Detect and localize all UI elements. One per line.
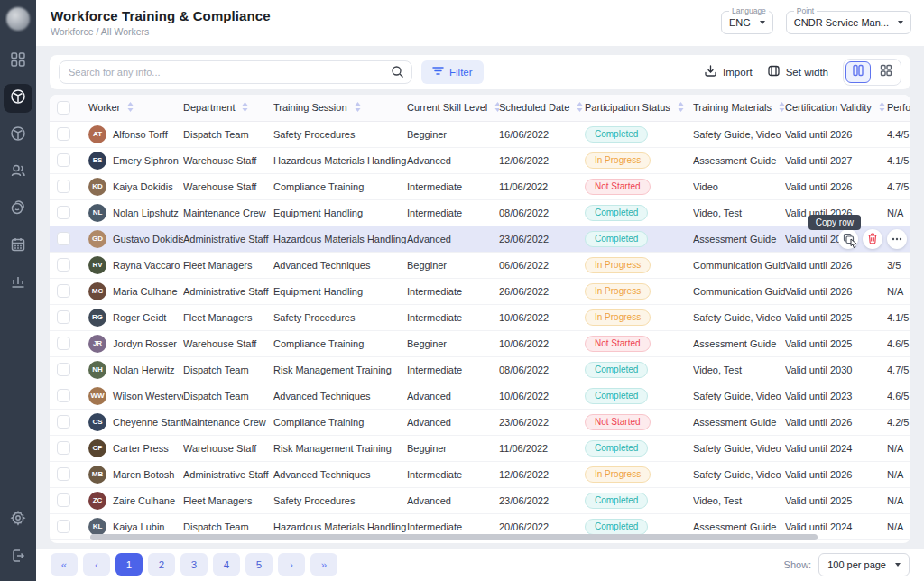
filter-button[interactable]: Filter <box>421 60 484 84</box>
row-checkbox[interactable] <box>57 310 70 324</box>
table-row[interactable]: ZCZaire CulhaneFleet ManagersSafety Proc… <box>50 488 910 514</box>
search-input[interactable] <box>59 60 412 84</box>
sort-icon[interactable] <box>678 102 684 114</box>
sidebar-item-analytics[interactable] <box>4 269 32 298</box>
row-checkbox[interactable] <box>57 153 70 167</box>
page-button-3[interactable]: 3 <box>180 553 208 576</box>
table-row[interactable]: MBMaren BotoshAdministrative StaffAdvanc… <box>50 462 910 488</box>
cell-participation-status: In Progress <box>585 257 693 273</box>
last-page-button[interactable]: » <box>310 553 337 576</box>
table-row[interactable]: ESEmery SiphronWarehouse StaffHazardous … <box>50 148 910 174</box>
point-value: CNDR Service Man... <box>794 17 889 28</box>
sort-icon[interactable] <box>355 102 361 114</box>
row-checkbox[interactable] <box>57 493 70 507</box>
point-select[interactable]: Point CNDR Service Man... <box>786 11 911 34</box>
package-icon <box>10 125 26 145</box>
row-checkbox[interactable] <box>57 258 70 272</box>
cell-skill-level: Intermediate <box>407 521 499 532</box>
cell-skill-level: Begginer <box>407 338 499 349</box>
sidebar-item-settings[interactable] <box>4 505 32 534</box>
delete-row-button[interactable] <box>863 229 882 249</box>
row-checkbox[interactable] <box>57 467 70 481</box>
first-page-button[interactable]: « <box>51 553 78 576</box>
column-header-worker[interactable]: Worker <box>88 102 183 114</box>
cell-training-session: Equipment Handling <box>273 208 407 218</box>
row-checkbox[interactable] <box>57 520 70 533</box>
avatar: KD <box>88 178 106 196</box>
cell-skill-level: Intermediate <box>407 312 499 323</box>
column-header-participation-status[interactable]: Participation Status <box>585 102 693 114</box>
table-row[interactable]: WWWilson WesterveltDispatch TeamAdvanced… <box>50 383 910 410</box>
row-checkbox[interactable] <box>57 337 70 350</box>
page-button-1[interactable]: 1 <box>116 553 143 576</box>
status-badge: Completed <box>585 231 648 247</box>
page-button-2[interactable]: 2 <box>148 553 175 576</box>
row-checkbox[interactable] <box>57 441 70 455</box>
cell-certification-validity: Valid until 2026 <box>785 181 887 192</box>
sidebar-item-users[interactable] <box>4 158 32 187</box>
row-checkbox[interactable] <box>57 232 70 245</box>
next-page-button[interactable]: › <box>278 553 305 576</box>
cell-certification-validity: Valid until 2025 <box>785 312 887 323</box>
column-header-performance[interactable]: Performance <box>887 102 910 114</box>
column-header-scheduled-date[interactable]: Scheduled Date <box>499 102 585 114</box>
column-header-training-session[interactable]: Training Session <box>273 102 407 114</box>
sidebar-item-dashboard[interactable] <box>4 47 32 76</box>
table-row[interactable]: GDGustavo DokidisAdministrative StaffHaz… <box>50 226 910 253</box>
select-all-checkbox[interactable] <box>57 101 70 115</box>
table-row[interactable]: NHNolan HerwitzDispatch TeamRisk Managem… <box>50 357 910 383</box>
table-row[interactable]: KDKaiya DokidisWarehouse StaffCompliance… <box>50 174 910 200</box>
sort-icon[interactable] <box>577 102 583 114</box>
table-row[interactable]: NLNolan LipshutzMaintenance CrewEquipmen… <box>50 200 910 226</box>
cell-participation-status: Completed <box>585 362 693 378</box>
row-checkbox[interactable] <box>57 415 70 429</box>
status-badge: Completed <box>585 440 648 456</box>
cell-scheduled-date: 23/06/2022 <box>499 495 585 506</box>
sidebar-item-reports[interactable] <box>4 195 32 224</box>
sort-icon[interactable] <box>879 102 885 114</box>
column-header-certification-validity[interactable]: Certification Validity <box>785 102 887 114</box>
row-checkbox[interactable] <box>57 363 70 376</box>
table-row[interactable]: MCMaria CulhaneAdministrative StaffEquip… <box>50 279 910 305</box>
row-checkbox[interactable] <box>57 127 70 141</box>
table-row[interactable]: RVRayna VaccaroFleet ManagersAdvanced Te… <box>50 253 910 279</box>
grid-view-button[interactable] <box>873 61 899 83</box>
page-button-5[interactable]: 5 <box>245 553 273 576</box>
sort-icon[interactable] <box>242 102 248 114</box>
sort-icon[interactable] <box>127 102 134 114</box>
sidebar-item-workforce[interactable] <box>4 84 32 113</box>
horizontal-scrollbar[interactable] <box>90 534 818 540</box>
column-header-current-skill-level[interactable]: Current Skill Level <box>407 102 499 114</box>
prev-page-button[interactable]: ‹ <box>83 553 110 576</box>
more-actions-button[interactable] <box>887 229 907 249</box>
sidebar-item-logout[interactable] <box>4 543 32 572</box>
row-checkbox-cell <box>57 206 88 219</box>
cell-department: Fleet Managers <box>183 312 273 323</box>
language-select[interactable]: Language ENG <box>721 11 773 34</box>
column-view-button[interactable] <box>845 61 871 83</box>
column-header-training-materials[interactable]: Training Materials <box>693 102 785 114</box>
sort-icon[interactable] <box>779 102 785 114</box>
set-width-button[interactable]: Set width <box>767 64 828 79</box>
page-button-4[interactable]: 4 <box>213 553 240 576</box>
cell-training-session: Safety Procedures <box>273 495 407 506</box>
table-row[interactable]: JRJordyn RosserWarehouse StaffCompliance… <box>50 331 910 357</box>
avatar: ES <box>88 152 106 170</box>
status-badge: In Progress <box>585 466 651 483</box>
table-row[interactable]: CSCheyenne StantonMaintenance CrewCompli… <box>50 410 910 436</box>
table-row[interactable]: RGRoger GeidtFleet ManagersSafety Proced… <box>50 305 910 331</box>
row-checkbox-cell <box>57 127 88 141</box>
per-page-select[interactable]: 100 per page <box>818 553 910 576</box>
row-checkbox[interactable] <box>57 389 70 402</box>
table-row[interactable]: ATAlfonso TorffDispatch TeamSafety Proce… <box>50 122 910 148</box>
row-checkbox-cell <box>57 363 88 376</box>
sidebar-item-calendar[interactable] <box>4 232 32 261</box>
table-row[interactable]: CPCarter PressWarehouse StaffRisk Manage… <box>50 436 910 462</box>
import-button[interactable]: Import <box>704 64 753 79</box>
row-checkbox[interactable] <box>57 206 70 219</box>
column-header-department[interactable]: Department <box>183 102 273 114</box>
view-toggle-group <box>843 59 901 86</box>
row-checkbox[interactable] <box>57 284 70 298</box>
row-checkbox[interactable] <box>57 180 70 193</box>
sidebar-item-inventory[interactable] <box>4 121 32 150</box>
